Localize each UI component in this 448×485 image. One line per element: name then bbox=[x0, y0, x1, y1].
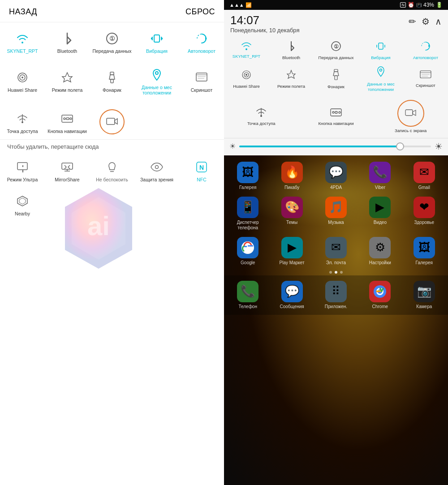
collapse-icon[interactable]: ∧ bbox=[435, 16, 442, 27]
tile-bluetooth[interactable]: Bluetooth bbox=[45, 26, 90, 58]
svg-rect-12 bbox=[111, 79, 113, 83]
video-icon: ▶ bbox=[369, 197, 391, 218]
right-vibration-icon bbox=[375, 41, 386, 54]
app-4pda[interactable]: 💬 4PDA bbox=[315, 159, 357, 192]
right-autorotate-label: Автоповорот bbox=[413, 55, 438, 60]
4pda-label: 4PDA bbox=[330, 185, 342, 190]
right-nav-button-icon bbox=[330, 107, 342, 120]
back-button[interactable]: НАЗАД bbox=[9, 7, 37, 17]
right-tile-wifi[interactable]: SKYNET_RPT bbox=[224, 37, 269, 63]
brightness-fill bbox=[239, 146, 402, 147]
right-tile-nav-button[interactable]: Кнопка навигации bbox=[299, 96, 374, 136]
app-grid-row3: Google ▶ Play Маркет ✉ Эл. почта ⚙ Настр… bbox=[224, 234, 448, 269]
health-icon: ❤ bbox=[414, 197, 435, 218]
right-location-label: Данные о мес тоположении bbox=[359, 82, 402, 92]
right-airplane-label: Режим полета bbox=[277, 84, 305, 89]
app-video[interactable]: ▶ Видео bbox=[359, 194, 401, 232]
tile-hotspot[interactable]: Точка доступа bbox=[0, 105, 45, 139]
right-vibration-label: Вибрация bbox=[371, 55, 391, 60]
svg-text:ai: ai bbox=[87, 211, 110, 241]
phone-icon: 📞 bbox=[237, 281, 258, 302]
app-pikabu[interactable]: 🔥 Пикабу bbox=[271, 159, 313, 192]
right-tile-screen-record[interactable]: Запись с экрана bbox=[373, 96, 448, 136]
dock-camera[interactable]: 📷 Камера bbox=[403, 278, 445, 311]
tile-flashlight[interactable]: Фонарик bbox=[90, 62, 134, 99]
device-manager-icon: 📱 bbox=[237, 197, 258, 218]
nfc-icon: N bbox=[194, 159, 210, 175]
tile-nav-button[interactable]: Кнопка навигации bbox=[45, 105, 90, 139]
right-tile-screenshot[interactable]: Скриншот bbox=[403, 63, 448, 94]
right-flashlight-label: Фонарик bbox=[327, 84, 345, 89]
battery-icon: 🔋 bbox=[436, 2, 443, 8]
nav-button-icon bbox=[59, 111, 75, 127]
status-signal: ▲▲▲ 📶 bbox=[229, 2, 252, 8]
right-tile-autorotate[interactable]: Автоповорот bbox=[403, 37, 448, 63]
flashlight-icon bbox=[104, 69, 120, 86]
tile-nfc[interactable]: N NFC bbox=[179, 155, 224, 186]
right-tile-flashlight[interactable]: Фонарик bbox=[314, 63, 358, 94]
right-tile-location[interactable]: Данные о мес тоположении bbox=[358, 63, 403, 94]
hotspot-label: Точка доступа bbox=[7, 129, 38, 134]
right-bluetooth-label: Bluetooth bbox=[282, 55, 300, 60]
dock-chrome[interactable]: Chrome bbox=[359, 278, 401, 311]
transfer-icon: ① bbox=[104, 30, 120, 47]
right-tile-hotspot[interactable]: Точка доступа bbox=[224, 96, 299, 136]
app-music[interactable]: 🎵 Музыка bbox=[315, 194, 357, 232]
airplane-icon bbox=[59, 69, 75, 86]
app-gallery[interactable]: 🖼 Галерея bbox=[227, 159, 269, 192]
app-settings[interactable]: ⚙ Настройки bbox=[359, 234, 401, 267]
dot-2 bbox=[335, 271, 337, 274]
screen-record-circle bbox=[99, 109, 125, 134]
dot-1 bbox=[329, 271, 332, 274]
right-panel: ▲▲▲ 📶 N ⏰ 📳 43% 🔋 14:07 Понедельник, 10 … bbox=[224, 0, 448, 485]
hotspot-icon bbox=[14, 111, 30, 127]
tile-transfer[interactable]: ① Передача данных bbox=[90, 26, 134, 58]
right-tile-airplane[interactable]: Режим полета bbox=[269, 63, 314, 94]
settings-icon[interactable]: ⚙ bbox=[422, 16, 430, 27]
right-tile-vibration[interactable]: Вибрация bbox=[358, 37, 403, 63]
dock-messages[interactable]: 💬 Сообщения bbox=[271, 278, 313, 311]
tile-location[interactable]: Данные о мес тоположении bbox=[134, 62, 179, 99]
tile-vibration[interactable]: Вибрация bbox=[134, 26, 179, 58]
dock-phone[interactable]: 📞 Телефон bbox=[227, 278, 269, 311]
settings-label: Настройки bbox=[369, 260, 391, 266]
huawei-share-icon bbox=[14, 69, 30, 86]
right-tile-huawei-share[interactable]: Huawei Share bbox=[224, 63, 269, 94]
tile-screen-record[interactable] bbox=[90, 105, 134, 139]
reset-button[interactable]: СБРОС bbox=[185, 7, 215, 17]
quick-tiles-row2: Huawei Share Режим полета Фонарик bbox=[0, 61, 224, 103]
tile-airplane[interactable]: Режим полета bbox=[45, 62, 90, 99]
app-google[interactable]: Google bbox=[227, 234, 269, 267]
airplane-label: Режим полета bbox=[52, 87, 83, 93]
pikabu-icon: 🔥 bbox=[281, 162, 303, 183]
pikabu-label: Пикабу bbox=[284, 185, 299, 190]
dot-3 bbox=[340, 271, 343, 274]
tile-screenshot[interactable]: Скриншот bbox=[179, 62, 224, 99]
brightness-track[interactable] bbox=[239, 146, 431, 147]
right-tile-bluetooth[interactable]: Bluetooth bbox=[269, 37, 314, 63]
app-device-manager[interactable]: 📱 Диспетчер телефона bbox=[227, 194, 269, 232]
app-health[interactable]: ❤ Здоровье bbox=[403, 194, 445, 232]
svg-rect-2 bbox=[154, 35, 159, 42]
tile-huawei-share[interactable]: Huawei Share bbox=[0, 62, 45, 99]
brightness-thumb[interactable] bbox=[396, 142, 404, 150]
screenshot-icon bbox=[194, 69, 210, 86]
app-themes[interactable]: 🎨 Темы bbox=[271, 194, 313, 232]
tile-autorotate[interactable]: Автоповорот bbox=[179, 26, 224, 58]
right-tile-transfer[interactable]: ① Передача данных bbox=[314, 37, 358, 63]
edit-icon[interactable]: ✏ bbox=[409, 16, 416, 27]
svg-point-13 bbox=[155, 72, 158, 74]
health-label: Здоровье bbox=[414, 220, 434, 225]
app-play[interactable]: ▶ Play Маркет bbox=[271, 234, 313, 267]
brightness-low-icon: ☀ bbox=[229, 142, 236, 150]
right-autorotate-icon bbox=[420, 41, 431, 54]
watermark-area: ai bbox=[27, 166, 170, 291]
dock-row: 📞 Телефон 💬 Сообщения ⠿ Приложен. bbox=[224, 275, 448, 315]
chrome-label: Chrome bbox=[372, 304, 388, 309]
app-viber[interactable]: 📞 Viber bbox=[359, 159, 401, 192]
app-gallery2[interactable]: 🖼 Галерея bbox=[403, 234, 445, 267]
app-gmail[interactable]: ✉ Gmail bbox=[403, 159, 445, 192]
app-email[interactable]: ✉ Эл. почта bbox=[315, 234, 357, 267]
tile-wifi[interactable]: SKYNET_RPT bbox=[0, 26, 45, 58]
dock-apps[interactable]: ⠿ Приложен. bbox=[315, 278, 357, 311]
